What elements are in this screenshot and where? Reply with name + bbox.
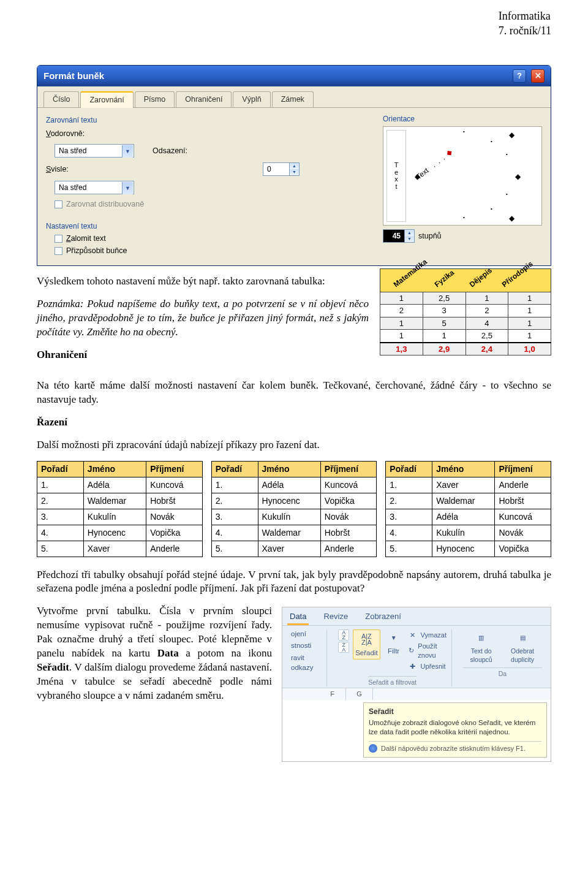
deg-unit: stupňů bbox=[418, 231, 442, 241]
ribbon-tab-zobrazeni[interactable]: Zobrazení bbox=[363, 610, 404, 625]
subject-dej: Dějepis bbox=[467, 265, 494, 289]
ribbon-tab-data[interactable]: Data bbox=[287, 610, 309, 625]
orient-box: Text ◆ Text . . . ◆ ◆ ◆ ◆ • • • • • • bbox=[383, 126, 542, 226]
reapply-button[interactable]: ↻Použít znovu bbox=[407, 642, 447, 660]
heading-razeni: Řazení bbox=[37, 416, 551, 430]
sort-big-icon: A|ZZ|A bbox=[356, 631, 376, 648]
deg-spinner[interactable]: ▲▼ bbox=[383, 229, 415, 243]
names-table-3: PořadíJménoPříjmení 1.XaverAnderle 2.Wal… bbox=[385, 461, 551, 557]
tooltip-title: Seřadit bbox=[369, 707, 541, 717]
ribbon-group-label: Seřadit a filtrovat bbox=[368, 676, 417, 686]
col-G[interactable]: G bbox=[346, 688, 373, 700]
horiz-combo[interactable]: Na střed ▼ bbox=[55, 144, 134, 158]
sort-desc-icon[interactable]: ZA bbox=[338, 642, 349, 653]
ribbon-trunc-2[interactable]: stnosti bbox=[291, 641, 322, 651]
tab-vypln[interactable]: Výplň bbox=[233, 91, 270, 107]
sort-tooltip: Seřadit Umožňuje zobrazit dialogové okno… bbox=[363, 702, 547, 758]
remove-duplicates-icon: ▤ bbox=[513, 629, 532, 647]
info-icon bbox=[369, 744, 377, 753]
header-line2: 7. ročník/11 bbox=[499, 23, 551, 38]
tooltip-foot: Další nápovědu zobrazíte stisknutím kláv… bbox=[381, 744, 526, 753]
horiz-label: Vodorovně: bbox=[46, 129, 94, 139]
tooltip-body: Umožňuje zobrazit dialogové okno Seřadit… bbox=[369, 718, 541, 737]
vert-value: Na střed bbox=[59, 183, 86, 192]
indent-spinner[interactable]: ▲▼ bbox=[263, 162, 300, 176]
reapply-icon: ↻ bbox=[407, 645, 416, 656]
horiz-value: Na střed bbox=[59, 146, 86, 156]
format-cells-dialog: Formát buněk ? ✕ Číslo Zarovnání Písmo O… bbox=[37, 65, 551, 266]
grades-table: 12,511 2321 1541 112,51 1,32,92,41,0 bbox=[380, 292, 551, 356]
chevron-down-icon: ▼ bbox=[122, 145, 133, 158]
tab-pismo[interactable]: Písmo bbox=[135, 91, 175, 107]
sort-button[interactable]: A|ZZ|A Seřadit bbox=[353, 629, 380, 660]
names-table-1: PořadíJménoPříjmení 1.AdélaKuncová 2.Wal… bbox=[37, 461, 203, 557]
tab-zarovnani[interactable]: Zarovnání bbox=[80, 91, 133, 108]
header-line1: Informatika bbox=[499, 9, 551, 23]
page-header: Informatika 7. ročník/11 bbox=[499, 9, 551, 39]
filter-icon: ▼ bbox=[384, 629, 404, 647]
sort-asc-icon[interactable]: AZ bbox=[338, 629, 349, 641]
vert-label: Svisle: bbox=[46, 164, 94, 175]
tab-cislo[interactable]: Číslo bbox=[43, 91, 79, 107]
text-to-columns-icon: ▥ bbox=[472, 629, 491, 647]
subject-fyz: Fyzika bbox=[432, 267, 456, 289]
help-button[interactable]: ? bbox=[513, 69, 526, 83]
sheet-column-headers: F G bbox=[282, 688, 551, 700]
orient-dial[interactable]: ◆ Text . . . ◆ ◆ ◆ ◆ • • • • • • bbox=[411, 130, 538, 222]
indent-value[interactable] bbox=[263, 163, 289, 175]
spin-down-icon[interactable]: ▼ bbox=[405, 236, 414, 242]
names-tables-row: PořadíJménoPříjmení 1.AdélaKuncová 2.Wal… bbox=[37, 461, 551, 557]
spin-up-icon[interactable]: ▲ bbox=[405, 230, 414, 236]
text-to-columns-button[interactable]: ▥ Text do sloupců bbox=[463, 629, 499, 664]
tab-zamek[interactable]: Zámek bbox=[272, 91, 314, 107]
dialog-titlebar[interactable]: Formát buněk ? ✕ bbox=[37, 66, 551, 86]
dialog-title: Formát buněk bbox=[43, 70, 104, 82]
advanced-button[interactable]: ✚Upřesnit bbox=[407, 661, 447, 672]
chevron-down-icon: ▼ bbox=[122, 182, 133, 194]
indent-label: Odsazení: bbox=[153, 146, 187, 156]
ribbon-tab-revize[interactable]: Revize bbox=[321, 610, 350, 625]
remove-duplicates-button[interactable]: ▤ Odebrat duplicity bbox=[503, 629, 542, 664]
ribbon-trunc-1[interactable]: ojení bbox=[291, 629, 322, 639]
ribbon-figure: Data Revize Zobrazení ojení stnosti ravi… bbox=[282, 607, 551, 761]
ribbon-tabs: Data Revize Zobrazení bbox=[282, 607, 551, 626]
filter-label: Filtr bbox=[388, 647, 399, 656]
close-button[interactable]: ✕ bbox=[531, 69, 545, 83]
group-textctl-title: Nastavení textu bbox=[46, 221, 361, 231]
group-orient-title: Orientace bbox=[383, 114, 542, 124]
sort-label: Seřadit bbox=[355, 648, 377, 658]
para-razeni-intro: Další možnosti při zpracování údajů nabí… bbox=[37, 438, 551, 452]
vert-combo[interactable]: Na střed ▼ bbox=[55, 181, 134, 194]
note-label: Poznámka: bbox=[37, 298, 83, 310]
shrink-checkbox[interactable] bbox=[55, 247, 62, 255]
distrib-label: Zarovnat distribuovaně bbox=[66, 199, 144, 210]
grades-header: Matematika Fyzika Dějepis Přírodopis bbox=[380, 268, 551, 292]
shrink-label: Přizpůsobit buňce bbox=[66, 246, 127, 256]
clear-icon: ✕ bbox=[407, 629, 418, 641]
wrap-label: Zalomit text bbox=[66, 234, 106, 244]
grades-figure: Matematika Fyzika Dějepis Přírodopis 12,… bbox=[380, 268, 551, 356]
orient-vertical-text[interactable]: Text bbox=[386, 130, 406, 222]
advanced-icon: ✚ bbox=[407, 661, 418, 672]
names-table-2: PořadíJménoPříjmení 1.AdélaKuncová 2.Hyn… bbox=[211, 461, 377, 557]
para-ohraniceni: Na této kartě máme další možnosti nastav… bbox=[37, 379, 551, 407]
filter-button[interactable]: ▼ Filtr bbox=[384, 629, 404, 656]
spin-up-icon[interactable]: ▲ bbox=[290, 163, 299, 169]
group-align-title: Zarovnání textu bbox=[46, 115, 361, 125]
ribbon-group-label-2: Da bbox=[463, 667, 542, 678]
ribbon-trunc-3[interactable]: ravit odkazy bbox=[291, 653, 322, 672]
deg-value[interactable] bbox=[383, 230, 404, 242]
clear-button[interactable]: ✕Vymazat bbox=[407, 629, 447, 641]
tab-ohraniceni[interactable]: Ohraničení bbox=[176, 91, 232, 107]
spin-down-icon[interactable]: ▼ bbox=[290, 169, 299, 175]
para-after-tables: Předchozí tři tabulky obsahují pořád ste… bbox=[37, 568, 551, 596]
orient-dial-label: Text . . . ◆ bbox=[414, 147, 454, 181]
col-F[interactable]: F bbox=[319, 688, 346, 700]
dialog-tabs: Číslo Zarovnání Písmo Ohraničení Výplň Z… bbox=[37, 86, 551, 108]
note-text: Pokud napíšeme do buňky text, a po potvr… bbox=[37, 298, 369, 338]
distrib-checkbox[interactable] bbox=[55, 200, 62, 208]
wrap-checkbox[interactable] bbox=[55, 235, 62, 243]
